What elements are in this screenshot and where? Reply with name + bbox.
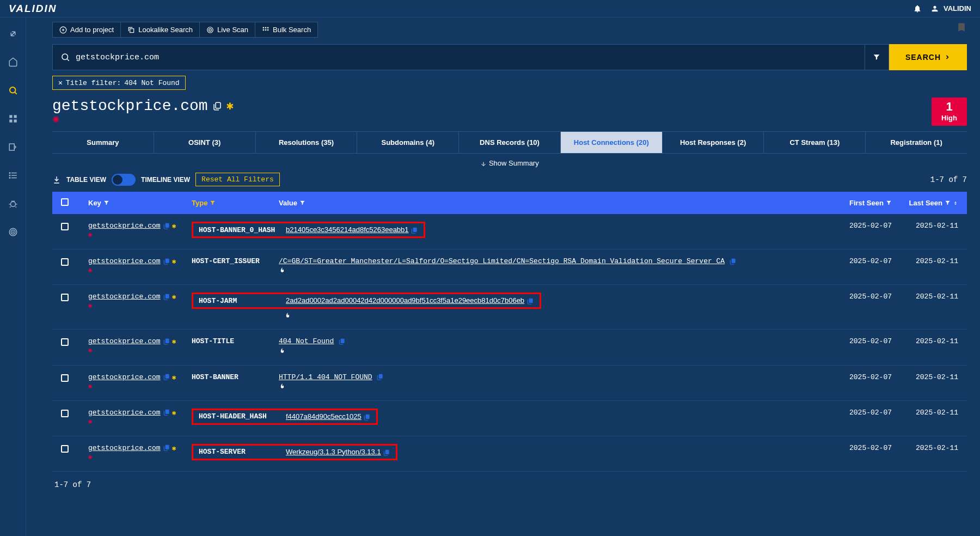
copy-icon[interactable] [163,409,170,417]
tab-subdomains-4-[interactable]: Subdomains (4) [357,132,459,153]
fire-icon [279,382,838,391]
download-icon[interactable] [52,175,61,185]
copy-icon[interactable] [376,373,384,381]
sidebar-search[interactable] [7,84,20,97]
row-checkbox[interactable] [61,410,69,417]
tab-dns-records-10-[interactable]: DNS Records (10) [459,132,561,153]
value-link[interactable]: f4407a84d90c5ecc1025 [286,412,362,421]
column-last-seen[interactable]: Last Seen [904,199,958,207]
copy-icon[interactable] [212,101,222,111]
tab-host-responses-2-[interactable]: Host Responses (2) [663,132,764,153]
sidebar-home[interactable] [7,56,20,69]
row-checkbox[interactable] [61,258,69,266]
gear-icon: ✺ [88,302,93,310]
value-link[interactable]: HTTP/1.1 404 NOT FOUND [279,373,372,381]
sidebar-target[interactable] [7,226,20,239]
reset-filters-button[interactable]: Reset All Filters [195,173,280,186]
star-icon: ✱ [172,337,176,346]
sidebar-bug[interactable] [7,197,20,210]
value-link[interactable]: b21405ce3c3456214ad8fc5263eeabb1 [286,226,409,234]
value-link[interactable]: /C=GB/ST=Greater Manchester/L=Salford/O=… [279,257,725,265]
tab-resolutions-35-[interactable]: Resolutions (35) [256,132,358,153]
key-link[interactable]: getstockprice.com [88,293,161,301]
remove-filter-button[interactable]: ✕ [58,78,63,87]
add-to-project-button[interactable]: Add to project [52,22,121,38]
user-menu[interactable]: VALIDIN [930,4,971,13]
key-link[interactable]: getstockprice.com [88,257,161,265]
key-link[interactable]: getstockprice.com [88,222,161,230]
username: VALIDIN [944,4,971,13]
copy-icon[interactable] [163,222,170,230]
column-type[interactable]: Type [192,199,279,207]
select-all-checkbox[interactable] [61,198,69,206]
svg-rect-33 [529,299,532,303]
svg-rect-2 [14,115,16,118]
gear-icon: ✺ [88,346,93,355]
sidebar-grid[interactable] [7,112,20,125]
value-cell: 404 Not Found [279,337,849,355]
svg-rect-30 [165,258,169,263]
key-link[interactable]: getstockprice.com [88,373,161,381]
plus-circle-icon [59,26,67,34]
search-button[interactable]: SEARCH [889,44,967,70]
copy-icon[interactable] [363,412,371,421]
tab-host-connections-20-[interactable]: Host Connections (20) [561,132,663,153]
sidebar [0,17,26,536]
type-cell: HOST-BANNER_0_HASH [199,226,286,234]
value-link[interactable]: Werkzeug/3.1.3 Python/3.13.1 [286,448,381,456]
row-checkbox[interactable] [61,374,69,382]
tab-registration-1-[interactable]: Registration (1) [866,132,967,153]
bookmark-icon[interactable] [956,21,967,34]
star-icon: ✱ [172,257,176,266]
key-link[interactable]: getstockprice.com [88,409,161,417]
copy-icon[interactable] [163,444,170,453]
column-first-seen[interactable]: First Seen [849,199,904,207]
tab-osint-3-[interactable]: OSINT (3) [154,132,256,153]
copy-icon[interactable] [411,226,418,234]
lookalike-search-button[interactable]: Lookalike Search [120,22,200,38]
column-value[interactable]: Value [279,199,849,207]
copy-icon[interactable] [383,448,390,456]
value-link[interactable]: 404 Not Found [279,337,334,345]
copy-icon[interactable] [729,257,737,265]
last-seen-cell: 2025-02-11 [904,444,958,452]
copy-icon[interactable] [163,293,170,301]
copy-icon[interactable] [163,373,170,382]
search-input[interactable] [76,53,857,62]
first-seen-cell: 2025-02-07 [849,337,904,345]
bulk-search-button[interactable]: Bulk Search [255,22,318,38]
key-link[interactable]: getstockprice.com [88,444,161,452]
row-checkbox[interactable] [61,338,69,346]
svg-rect-39 [366,415,370,419]
row-checkbox[interactable] [61,294,69,301]
star-icon: ✱ [226,99,234,113]
value-cell: f4407a84d90c5ecc1025 [286,412,371,421]
copy-icon[interactable] [163,257,170,266]
live-scan-button[interactable]: Live Scan [199,22,255,38]
search-filter-button[interactable] [865,44,889,70]
copy-icon[interactable] [526,297,534,305]
column-key[interactable]: Key [88,199,192,207]
value-link[interactable]: 2ad2ad0002ad2ad00042d42d000000ad9bf51cc3… [286,296,524,304]
row-checkbox[interactable] [61,445,69,453]
chevron-right-icon [944,54,951,60]
filter-icon [873,53,880,61]
key-link[interactable]: getstockprice.com [88,337,161,345]
sidebar-expand[interactable] [7,27,20,40]
fire-icon [279,347,838,355]
show-summary-toggle[interactable]: Show Summary [52,157,967,173]
copy-icon[interactable] [338,338,346,346]
logo: VALIDIN [9,3,57,15]
table-header: Key Type Value First Seen Last Seen [52,192,967,214]
sidebar-projects[interactable] [7,141,20,154]
copy-icon[interactable] [163,337,170,346]
view-toggle[interactable] [112,174,136,186]
tab-ct-stream-13-[interactable]: CT Stream (13) [764,132,866,153]
sidebar-list[interactable] [7,169,20,182]
tab-summary[interactable]: Summary [52,132,154,153]
row-checkbox[interactable] [61,223,69,230]
filter-icon [299,200,305,206]
bell-icon[interactable] [913,4,922,14]
first-seen-cell: 2025-02-07 [849,409,904,417]
svg-rect-21 [265,27,266,28]
